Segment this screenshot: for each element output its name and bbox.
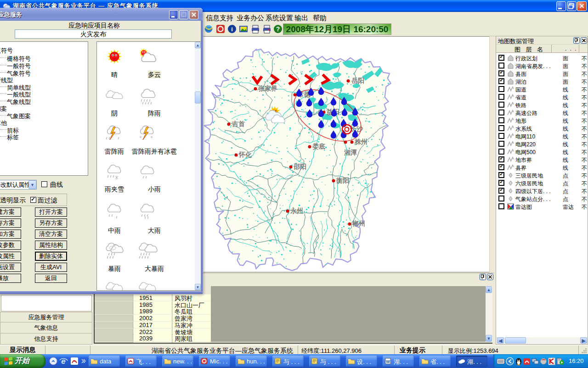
- svg-text:郴州: 郴州: [352, 220, 365, 227]
- svg-text:i: i: [231, 26, 233, 33]
- svg-text:衡阳: 衡阳: [336, 177, 349, 184]
- svg-text:怀化: 怀化: [238, 151, 252, 158]
- svg-text:吉首: 吉首: [232, 120, 245, 127]
- svg-text:娄底: 娄底: [312, 143, 325, 150]
- svg-text:株州: 株州: [354, 138, 368, 145]
- svg-text:湘潭: 湘潭: [344, 149, 357, 156]
- svg-text:邵阳: 邵阳: [293, 163, 306, 170]
- svg-text:永州: 永州: [290, 207, 303, 214]
- svg-text:岳阳: 岳阳: [351, 77, 364, 84]
- svg-text:W: W: [386, 359, 390, 364]
- svg-text:?: ?: [276, 25, 280, 33]
- svg-text:张家界: 张家界: [258, 85, 277, 92]
